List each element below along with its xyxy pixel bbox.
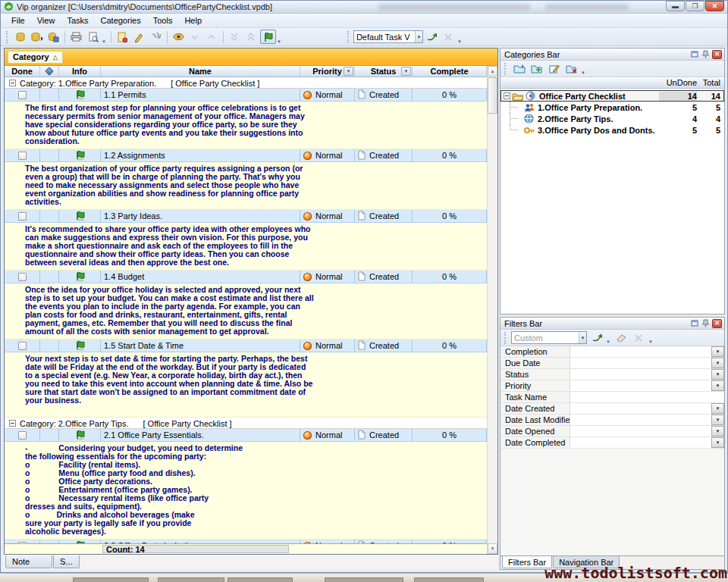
filter-value-field[interactable] (570, 369, 711, 380)
clear-view-icon[interactable] (441, 30, 457, 44)
apply-filter-icon[interactable] (588, 330, 604, 345)
priority-filter-dropdown[interactable]: ▼ (344, 67, 353, 76)
task-view-combo[interactable]: Default Task V ▼ (353, 30, 423, 43)
float-panel-icon[interactable] (689, 50, 699, 59)
task-row[interactable]: 1.5 Start Date & Time Normal Created 0 % (5, 340, 487, 352)
filter-dropdown-icon[interactable]: ▼ (711, 369, 724, 380)
taskbar-button[interactable] (158, 577, 224, 582)
menu-categories[interactable]: Categories (95, 14, 147, 27)
filter-value-field[interactable] (570, 380, 711, 391)
minimize-button[interactable]: ▬ (666, 1, 685, 11)
pin-panel-icon[interactable] (701, 50, 711, 59)
delete-filter-icon[interactable] (631, 330, 647, 345)
task-description[interactable]: The first and foremost step for planning… (5, 102, 487, 149)
done-checkbox[interactable] (18, 273, 27, 281)
menu-tools[interactable]: Tools (147, 14, 179, 27)
delete-task-icon[interactable] (148, 30, 164, 44)
column-header-total[interactable]: Total (697, 78, 724, 87)
clear-filter-icon[interactable] (613, 330, 629, 345)
task-row[interactable]: 2.1 Office Party Essentials. Normal Crea… (5, 429, 487, 442)
done-checkbox[interactable] (18, 431, 27, 440)
delete-category-icon[interactable] (563, 61, 579, 76)
category-tree-item[interactable]: 2.Office Party Tips. 4 4 (500, 113, 724, 124)
new-subcategory-icon[interactable] (529, 61, 544, 76)
category-group-header[interactable]: Category: 1.Office Party Preparation. [ … (5, 77, 487, 89)
taskbar-button[interactable] (325, 577, 403, 582)
collapse-icon[interactable] (504, 92, 510, 99)
task-description[interactable]: - Considering your budget, you need to d… (5, 442, 487, 540)
task-description[interactable]: Once the idea for your office holiday is… (5, 283, 487, 340)
print-icon[interactable] (68, 30, 84, 44)
flag-view-icon[interactable] (260, 30, 276, 44)
filter-dropdown-icon[interactable]: ▼ (711, 358, 724, 368)
filter-value-field[interactable] (570, 358, 711, 368)
edit-category-icon[interactable] (546, 61, 562, 76)
menu-help[interactable]: Help (178, 14, 208, 27)
column-header-name[interactable]: Name (101, 66, 300, 77)
apply-view-icon[interactable] (424, 30, 440, 44)
toolbar-overflow-icon[interactable]: ▼ (581, 70, 585, 75)
move-bottom-icon[interactable] (227, 30, 243, 44)
task-row[interactable]: 1.4 Budget Normal Created 0 % (5, 271, 487, 283)
scroll-down-icon[interactable]: ▼ (488, 543, 497, 554)
edit-task-icon[interactable] (131, 30, 147, 44)
category-tree-item[interactable]: 3.Office Party Dos and Donts. 5 5 (500, 124, 724, 136)
maximize-button[interactable]: ❐ (686, 1, 704, 11)
filter-value-field[interactable] (570, 403, 711, 414)
status-filter-dropdown[interactable]: ▼ (401, 67, 411, 76)
category-group-header[interactable]: Category: 2.Office Party Tips. [ Office … (5, 418, 487, 429)
move-top-icon[interactable] (243, 30, 259, 44)
move-down-icon[interactable] (187, 30, 203, 44)
close-panel-icon[interactable]: ✕ (712, 50, 722, 59)
taskbar-button[interactable] (228, 577, 293, 582)
task-description[interactable]: It's recommended to share your office pa… (5, 223, 487, 271)
done-checkbox[interactable] (18, 152, 27, 160)
task-row[interactable]: 1.3 Party Ideas. Normal Created 0 % (5, 210, 487, 223)
new-task-icon[interactable] (115, 30, 130, 44)
filter-value-field[interactable] (570, 437, 711, 448)
menu-view[interactable]: View (31, 14, 61, 27)
filter-dropdown-icon[interactable]: ▼ (711, 346, 724, 357)
toolbar-overflow-icon[interactable]: ▼ (102, 39, 106, 44)
close-panel-icon[interactable]: ✕ (712, 319, 722, 328)
filter-dropdown-icon[interactable]: ▼ (711, 380, 724, 391)
open-database-icon[interactable] (29, 30, 45, 44)
column-header-undone[interactable]: UnDone (659, 78, 697, 87)
scroll-up-icon[interactable]: ▲ (488, 66, 497, 77)
done-checkbox[interactable] (18, 212, 27, 221)
toolbar-overflow-icon[interactable]: ▼ (457, 39, 462, 44)
done-checkbox[interactable] (18, 91, 27, 99)
column-header-status[interactable]: Status▼ (355, 66, 413, 77)
pin-panel-icon[interactable] (701, 319, 711, 328)
toolbar-overflow-icon[interactable]: ▼ (648, 340, 653, 344)
combo-dropdown-icon[interactable]: ▼ (415, 31, 422, 42)
column-header-info[interactable]: Info (59, 66, 101, 77)
filter-dropdown-icon[interactable]: ▼ (711, 426, 724, 436)
show-notes-icon[interactable] (171, 30, 187, 44)
new-category-icon[interactable] (511, 61, 527, 76)
filter-preset-combo[interactable]: Custom ▼ (511, 331, 587, 344)
combo-dropdown-icon[interactable]: ▼ (579, 332, 586, 343)
category-tree-item[interactable]: Office Party Checklist 14 14 (500, 90, 724, 102)
filter-dropdown-icon[interactable]: ▼ (711, 415, 724, 425)
toolbar-overflow-icon[interactable]: ▼ (277, 39, 281, 44)
taskbar-button[interactable] (73, 577, 149, 582)
menu-tasks[interactable]: Tasks (61, 14, 94, 27)
task-row[interactable]: 1.1 Permits Normal Created 0 % (5, 89, 487, 102)
done-checkbox[interactable] (18, 342, 27, 350)
tab-note[interactable]: Note (5, 555, 52, 568)
group-by-category-chip[interactable]: Category △ (8, 51, 63, 64)
menu-file[interactable]: File (5, 14, 31, 27)
filter-value-field[interactable] (570, 426, 711, 436)
column-header-priority[interactable]: Priority▼ (300, 66, 355, 77)
filter-value-field[interactable] (570, 392, 724, 402)
move-up-icon[interactable] (204, 30, 220, 44)
filter-dropdown-icon[interactable]: ▼ (711, 403, 724, 414)
filter-value-field[interactable] (570, 415, 711, 425)
task-row[interactable]: 1.2 Assignments Normal Created 0 % (5, 149, 487, 162)
task-description[interactable]: The best organization of your office par… (5, 162, 487, 210)
task-description[interactable]: Your next step is to set date & time for… (5, 352, 487, 418)
float-panel-icon[interactable] (689, 319, 699, 328)
grid-vertical-scrollbar[interactable]: ▲ ▼ (487, 66, 497, 554)
column-header-complete[interactable]: Complete (413, 66, 487, 77)
